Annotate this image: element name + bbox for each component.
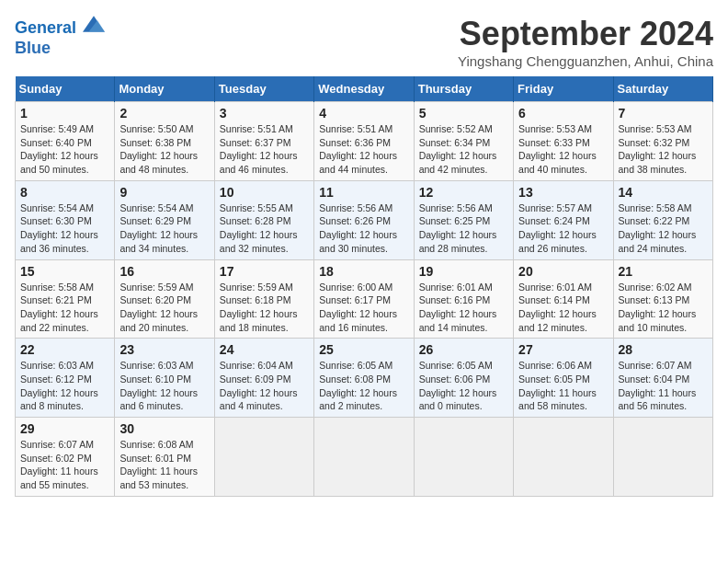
calendar-cell: 29Sunrise: 6:07 AMSunset: 6:02 PMDayligh…	[16, 418, 115, 497]
day-info: Sunrise: 5:58 AMSunset: 6:21 PMDaylight:…	[20, 281, 109, 335]
day-info: Sunrise: 5:56 AMSunset: 6:26 PMDaylight:…	[319, 201, 408, 256]
day-number: 16	[119, 264, 209, 279]
day-info: Sunrise: 6:01 AMSunset: 6:16 PMDaylight:…	[419, 281, 508, 335]
day-number: 5	[419, 106, 508, 121]
calendar-cell: 16Sunrise: 5:59 AMSunset: 6:20 PMDayligh…	[115, 259, 214, 339]
day-info: Sunrise: 6:03 AMSunset: 6:12 PMDaylight:…	[20, 359, 109, 413]
day-number: 8	[20, 185, 109, 200]
day-number: 7	[619, 106, 708, 121]
day-info: Sunrise: 6:03 AMSunset: 6:10 PMDaylight:…	[119, 359, 209, 413]
day-info: Sunrise: 5:59 AMSunset: 6:18 PMDaylight:…	[220, 281, 309, 335]
calendar-cell: 30Sunrise: 6:08 AMSunset: 6:01 PMDayligh…	[115, 418, 214, 497]
month-title: September 2024	[458, 15, 713, 53]
day-number: 12	[419, 185, 508, 200]
day-info: Sunrise: 5:57 AMSunset: 6:24 PMDaylight:…	[518, 201, 608, 256]
calendar-cell: 13Sunrise: 5:57 AMSunset: 6:24 PMDayligh…	[514, 180, 613, 259]
week-row-4: 22Sunrise: 6:03 AMSunset: 6:12 PMDayligh…	[16, 339, 713, 418]
calendar-cell: 26Sunrise: 6:05 AMSunset: 6:06 PMDayligh…	[414, 339, 513, 418]
calendar-cell: 6Sunrise: 5:53 AMSunset: 6:33 PMDaylight…	[514, 102, 613, 181]
calendar-cell: 1Sunrise: 5:49 AMSunset: 6:40 PMDaylight…	[16, 102, 115, 181]
day-info: Sunrise: 6:00 AMSunset: 6:17 PMDaylight:…	[319, 281, 408, 335]
day-info: Sunrise: 5:53 AMSunset: 6:33 PMDaylight:…	[518, 122, 608, 177]
logo-text: General	[15, 15, 105, 39]
day-number: 1	[20, 106, 109, 121]
day-number: 27	[518, 342, 608, 357]
calendar-cell: 9Sunrise: 5:54 AMSunset: 6:29 PMDaylight…	[115, 180, 214, 259]
calendar-cell: 4Sunrise: 5:51 AMSunset: 6:36 PMDaylight…	[314, 102, 414, 181]
day-info: Sunrise: 5:52 AMSunset: 6:34 PMDaylight:…	[419, 122, 508, 177]
day-number: 10	[220, 185, 309, 200]
day-number: 25	[319, 342, 408, 357]
weekday-header-thursday: Thursday	[414, 76, 513, 102]
title-block: September 2024 Yingshang Chengguanzhen, …	[458, 15, 713, 69]
calendar-cell: 3Sunrise: 5:51 AMSunset: 6:37 PMDaylight…	[214, 102, 313, 181]
week-row-5: 29Sunrise: 6:07 AMSunset: 6:02 PMDayligh…	[16, 418, 713, 497]
day-info: Sunrise: 6:01 AMSunset: 6:14 PMDaylight:…	[518, 281, 608, 335]
day-number: 13	[518, 185, 608, 200]
day-info: Sunrise: 6:02 AMSunset: 6:13 PMDaylight:…	[619, 281, 708, 335]
day-number: 18	[319, 264, 408, 279]
location-subtitle: Yingshang Chengguanzhen, Anhui, China	[458, 53, 713, 69]
calendar-cell: 10Sunrise: 5:55 AMSunset: 6:28 PMDayligh…	[214, 180, 313, 259]
day-number: 20	[518, 264, 608, 279]
week-row-2: 8Sunrise: 5:54 AMSunset: 6:30 PMDaylight…	[16, 180, 713, 259]
calendar-cell: 20Sunrise: 6:01 AMSunset: 6:14 PMDayligh…	[514, 259, 613, 339]
day-info: Sunrise: 5:55 AMSunset: 6:28 PMDaylight:…	[220, 201, 309, 256]
calendar-cell: 27Sunrise: 6:06 AMSunset: 6:05 PMDayligh…	[514, 339, 613, 418]
weekday-header-sunday: Sunday	[16, 76, 115, 102]
week-row-1: 1Sunrise: 5:49 AMSunset: 6:40 PMDaylight…	[16, 102, 713, 181]
calendar-cell: 18Sunrise: 6:00 AMSunset: 6:17 PMDayligh…	[314, 259, 414, 339]
day-number: 14	[619, 185, 708, 200]
logo-icon	[83, 15, 105, 33]
day-info: Sunrise: 6:07 AMSunset: 6:02 PMDaylight:…	[20, 438, 109, 492]
day-number: 21	[619, 264, 708, 279]
day-number: 17	[220, 264, 309, 279]
day-number: 4	[319, 106, 408, 121]
calendar-cell: 11Sunrise: 5:56 AMSunset: 6:26 PMDayligh…	[314, 180, 414, 259]
calendar-cell: 12Sunrise: 5:56 AMSunset: 6:25 PMDayligh…	[414, 180, 513, 259]
day-info: Sunrise: 6:05 AMSunset: 6:08 PMDaylight:…	[319, 359, 408, 413]
day-number: 22	[20, 342, 109, 357]
day-info: Sunrise: 5:58 AMSunset: 6:22 PMDaylight:…	[619, 201, 708, 256]
calendar-cell: 2Sunrise: 5:50 AMSunset: 6:38 PMDaylight…	[115, 102, 214, 181]
week-row-3: 15Sunrise: 5:58 AMSunset: 6:21 PMDayligh…	[16, 259, 713, 339]
day-info: Sunrise: 5:51 AMSunset: 6:36 PMDaylight:…	[319, 122, 408, 177]
calendar-cell	[514, 418, 613, 497]
calendar-cell: 5Sunrise: 5:52 AMSunset: 6:34 PMDaylight…	[414, 102, 513, 181]
weekday-header-row: SundayMondayTuesdayWednesdayThursdayFrid…	[16, 76, 713, 102]
day-info: Sunrise: 6:08 AMSunset: 6:01 PMDaylight:…	[119, 438, 209, 492]
calendar-cell: 25Sunrise: 6:05 AMSunset: 6:08 PMDayligh…	[314, 339, 414, 418]
day-number: 30	[119, 421, 209, 436]
calendar-cell: 21Sunrise: 6:02 AMSunset: 6:13 PMDayligh…	[613, 259, 712, 339]
day-number: 3	[220, 106, 309, 121]
day-info: Sunrise: 5:53 AMSunset: 6:32 PMDaylight:…	[619, 122, 708, 177]
calendar-cell: 7Sunrise: 5:53 AMSunset: 6:32 PMDaylight…	[613, 102, 712, 181]
day-info: Sunrise: 5:49 AMSunset: 6:40 PMDaylight:…	[20, 122, 109, 177]
calendar-cell: 24Sunrise: 6:04 AMSunset: 6:09 PMDayligh…	[214, 339, 313, 418]
day-info: Sunrise: 5:54 AMSunset: 6:29 PMDaylight:…	[119, 201, 209, 256]
weekday-header-tuesday: Tuesday	[214, 76, 313, 102]
logo-general: General	[15, 18, 76, 37]
day-info: Sunrise: 6:07 AMSunset: 6:04 PMDaylight:…	[619, 359, 708, 413]
calendar-cell	[314, 418, 414, 497]
day-info: Sunrise: 6:05 AMSunset: 6:06 PMDaylight:…	[419, 359, 508, 413]
calendar-cell: 23Sunrise: 6:03 AMSunset: 6:10 PMDayligh…	[115, 339, 214, 418]
calendar-cell: 28Sunrise: 6:07 AMSunset: 6:04 PMDayligh…	[613, 339, 712, 418]
page-header: General Blue September 2024 Yingshang Ch…	[15, 15, 713, 69]
calendar-cell	[414, 418, 513, 497]
day-number: 24	[220, 342, 309, 357]
weekday-header-friday: Friday	[514, 76, 613, 102]
day-number: 29	[20, 421, 109, 436]
day-number: 6	[518, 106, 608, 121]
calendar-cell: 19Sunrise: 6:01 AMSunset: 6:16 PMDayligh…	[414, 259, 513, 339]
weekday-header-monday: Monday	[115, 76, 214, 102]
day-info: Sunrise: 5:50 AMSunset: 6:38 PMDaylight:…	[119, 122, 209, 177]
calendar-cell: 14Sunrise: 5:58 AMSunset: 6:22 PMDayligh…	[613, 180, 712, 259]
day-number: 19	[419, 264, 508, 279]
weekday-header-wednesday: Wednesday	[314, 76, 414, 102]
day-info: Sunrise: 5:51 AMSunset: 6:37 PMDaylight:…	[220, 122, 309, 177]
day-number: 26	[419, 342, 508, 357]
day-info: Sunrise: 5:59 AMSunset: 6:20 PMDaylight:…	[119, 281, 209, 335]
day-number: 11	[319, 185, 408, 200]
weekday-header-saturday: Saturday	[613, 76, 712, 102]
